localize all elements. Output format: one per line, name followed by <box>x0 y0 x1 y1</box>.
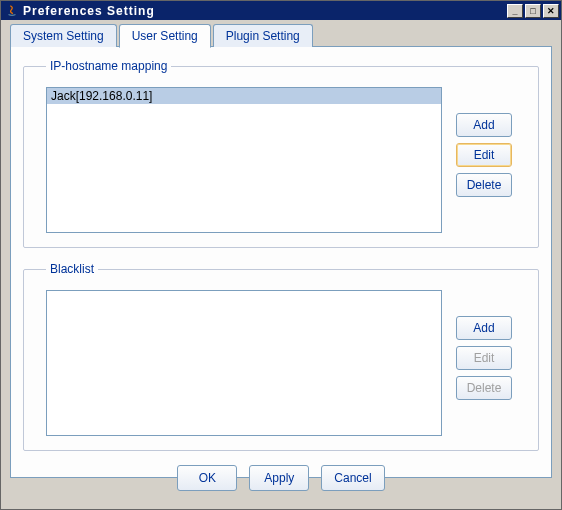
apply-button[interactable]: Apply <box>249 465 309 491</box>
cancel-button[interactable]: Cancel <box>321 465 384 491</box>
close-button[interactable]: ✕ <box>543 4 559 18</box>
dialog-footer-buttons: OK Apply Cancel <box>23 465 539 491</box>
blacklist-listbox[interactable] <box>46 290 442 436</box>
ip-hostname-mapping-section: IP-hostname mapping Jack[192.168.0.11] A… <box>23 59 539 248</box>
tab-plugin-setting[interactable]: Plugin Setting <box>213 24 313 47</box>
blacklist-add-button[interactable]: Add <box>456 316 512 340</box>
tab-user-setting[interactable]: User Setting <box>119 24 211 48</box>
tab-panel-user-setting: IP-hostname mapping Jack[192.168.0.11] A… <box>10 46 552 478</box>
tab-label: System Setting <box>23 29 104 43</box>
blacklist-edit-button[interactable]: Edit <box>456 346 512 370</box>
content-area: System Setting User Setting Plugin Setti… <box>1 20 561 488</box>
blacklist-delete-button[interactable]: Delete <box>456 376 512 400</box>
maximize-button[interactable]: □ <box>525 4 541 18</box>
section-legend: IP-hostname mapping <box>46 59 171 73</box>
ok-button[interactable]: OK <box>177 465 237 491</box>
section-legend: Blacklist <box>46 262 98 276</box>
window-title: Preferences Setting <box>23 4 507 18</box>
tab-strip: System Setting User Setting Plugin Setti… <box>10 24 552 47</box>
titlebar-buttons: _ □ ✕ <box>507 4 559 18</box>
mapping-add-button[interactable]: Add <box>456 113 512 137</box>
list-item[interactable]: Jack[192.168.0.11] <box>47 88 441 104</box>
minimize-button[interactable]: _ <box>507 4 523 18</box>
preferences-window: Preferences Setting _ □ ✕ System Setting… <box>0 0 562 510</box>
tab-label: User Setting <box>132 29 198 43</box>
blacklist-buttons: Add Edit Delete <box>456 290 512 436</box>
mapping-listbox[interactable]: Jack[192.168.0.11] <box>46 87 442 233</box>
mapping-delete-button[interactable]: Delete <box>456 173 512 197</box>
titlebar[interactable]: Preferences Setting _ □ ✕ <box>1 1 561 20</box>
mapping-buttons: Add Edit Delete <box>456 87 512 233</box>
tab-label: Plugin Setting <box>226 29 300 43</box>
tab-system-setting[interactable]: System Setting <box>10 24 117 47</box>
blacklist-section: Blacklist Add Edit Delete <box>23 262 539 451</box>
java-icon <box>5 4 19 18</box>
mapping-edit-button[interactable]: Edit <box>456 143 512 167</box>
